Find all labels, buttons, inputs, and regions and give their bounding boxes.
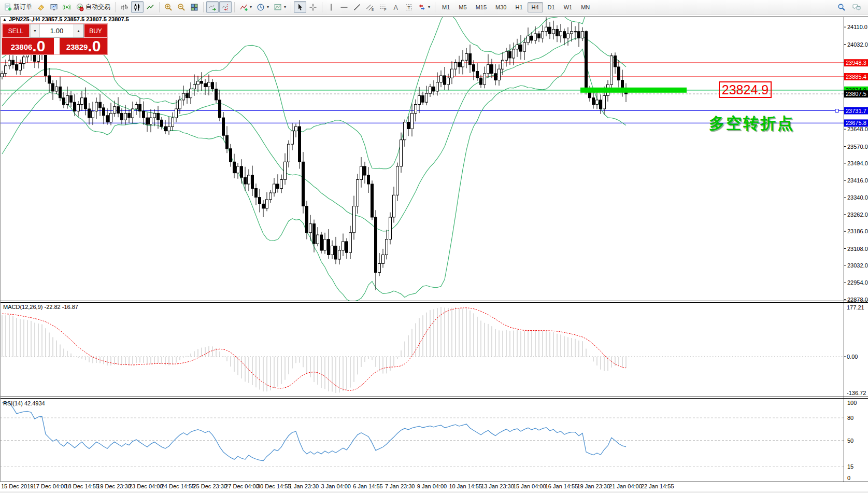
chart-canvas[interactable]: 24110.024032.023648.023570.023494.023416… bbox=[0, 0, 868, 493]
auto-scroll-icon bbox=[208, 3, 217, 11]
svg-text:F: F bbox=[385, 8, 387, 11]
zoom-out-icon bbox=[177, 3, 186, 11]
horizontal-line-tool-button[interactable] bbox=[338, 1, 350, 13]
timeframe-m30-button[interactable]: M30 bbox=[491, 2, 510, 12]
timeframe-m15-button[interactable]: M15 bbox=[472, 2, 491, 12]
time-axis-label: 22 Jan 14:55 bbox=[641, 483, 674, 489]
svg-text:23494.0: 23494.0 bbox=[847, 160, 868, 166]
search-button[interactable] bbox=[835, 1, 848, 13]
toolbar-separator bbox=[435, 2, 435, 12]
macd-pane bbox=[0, 307, 844, 393]
svg-text:23186.0: 23186.0 bbox=[847, 228, 868, 234]
text-label-tool-button[interactable]: T bbox=[403, 1, 415, 13]
time-axis-label: 15 Dec 2019 bbox=[1, 483, 33, 489]
timeframe-m1-button[interactable]: M1 bbox=[438, 2, 454, 12]
text-tool-button[interactable]: A bbox=[390, 1, 402, 13]
crosshair-tool-button[interactable] bbox=[307, 1, 319, 13]
svg-text:23108.0: 23108.0 bbox=[847, 246, 868, 252]
fibonacci-icon: F bbox=[379, 3, 387, 11]
price-divider bbox=[54, 38, 60, 54]
market-watch-button[interactable] bbox=[48, 1, 60, 13]
macd-label: MACD(12,26,9) -22.82 -16.87 bbox=[3, 304, 78, 310]
time-axis-label: 7 Jan 23:30 bbox=[385, 483, 415, 489]
timeframe-d1-button[interactable]: D1 bbox=[544, 2, 559, 12]
trendline-tool-button[interactable] bbox=[351, 1, 363, 13]
fibonacci-tool-button[interactable]: F bbox=[377, 1, 389, 13]
collapse-triangle-icon[interactable]: ▲ bbox=[3, 17, 7, 22]
timeframe-mn-button[interactable]: MN bbox=[577, 2, 594, 12]
time-axis[interactable]: 15 Dec 201917 Dec 04:0018 Dec 14:5519 De… bbox=[0, 483, 868, 491]
timeframe-m5-button[interactable]: M5 bbox=[454, 2, 471, 12]
svg-text:E: E bbox=[372, 7, 374, 11]
sell-price[interactable]: 23806.0 bbox=[2, 38, 54, 54]
timeframe-w1-button[interactable]: W1 bbox=[560, 2, 577, 12]
rsi-label: RSI(14) 42.4934 bbox=[3, 400, 45, 406]
sell-price-main: 23806 bbox=[11, 40, 33, 54]
channel-icon: E bbox=[366, 3, 374, 11]
chat-button[interactable] bbox=[850, 1, 863, 13]
horizontal-line-icon bbox=[340, 3, 348, 11]
candlestick-series bbox=[1, 17, 628, 290]
toolbar-separator bbox=[234, 2, 235, 12]
equidistant-channel-tool-button[interactable]: E bbox=[364, 1, 376, 13]
bar-chart-icon bbox=[120, 3, 129, 11]
candlestick-mode-button[interactable] bbox=[131, 1, 144, 13]
buy-price-main: 23829 bbox=[66, 40, 88, 54]
zoom-out-button[interactable] bbox=[175, 1, 188, 13]
new-order-button[interactable]: 新订单 bbox=[2, 1, 34, 13]
periods-clock-icon bbox=[257, 3, 265, 11]
eraser-button[interactable] bbox=[35, 1, 47, 13]
volume-decrease-button[interactable]: ▼ bbox=[30, 24, 40, 37]
auto-trading-label: 自动交易 bbox=[86, 3, 110, 11]
svg-text:23648.0: 23648.0 bbox=[847, 126, 868, 132]
price-callout-box[interactable]: 23824.9 bbox=[719, 81, 772, 98]
tile-windows-button[interactable] bbox=[188, 1, 201, 13]
svg-text:23340.0: 23340.0 bbox=[847, 194, 868, 201]
green-highlight-zone[interactable] bbox=[580, 88, 687, 93]
buy-button[interactable]: BUY bbox=[84, 24, 107, 38]
volume-increase-button[interactable]: ▲ bbox=[74, 24, 83, 37]
hline-handle[interactable] bbox=[835, 109, 838, 112]
signals-button[interactable] bbox=[61, 1, 73, 13]
timeframe-h1-button[interactable]: H1 bbox=[511, 2, 527, 12]
chart-shift-button[interactable] bbox=[219, 1, 232, 13]
turning-point-annotation[interactable]: 多空转折点 bbox=[709, 113, 794, 134]
svg-text:23032.0: 23032.0 bbox=[847, 262, 868, 269]
main-toolbar: 新订单 自动交易 ▾ ▾ bbox=[0, 0, 868, 15]
search-icon bbox=[837, 3, 846, 11]
periods-caret-icon: ▾ bbox=[267, 5, 269, 9]
periods-button[interactable]: ▾ bbox=[254, 1, 271, 13]
svg-text:23807.5: 23807.5 bbox=[846, 91, 866, 97]
cursor-tool-button[interactable] bbox=[294, 1, 306, 13]
time-axis-label: 13 Jan 23:30 bbox=[481, 483, 514, 489]
volume-input[interactable]: 1.00 bbox=[40, 24, 74, 37]
zoom-in-button[interactable] bbox=[162, 1, 175, 13]
time-axis-label: 30 Dec 14:55 bbox=[257, 483, 291, 489]
svg-text:23416.0: 23416.0 bbox=[847, 177, 868, 184]
indicators-button[interactable]: ▾ bbox=[237, 1, 254, 13]
auto-scroll-button[interactable] bbox=[206, 1, 219, 13]
svg-text:-136.72: -136.72 bbox=[847, 390, 866, 396]
auto-trading-button[interactable]: 自动交易 bbox=[74, 1, 112, 13]
templates-button[interactable]: ▾ bbox=[272, 1, 288, 13]
timeframe-h4-button[interactable]: H4 bbox=[528, 2, 543, 12]
crosshair-icon bbox=[309, 3, 317, 11]
templates-caret-icon: ▾ bbox=[284, 5, 286, 9]
time-axis-label: 16 Jan 14:55 bbox=[545, 483, 578, 489]
time-axis-label: 3 Jan 04:00 bbox=[321, 483, 351, 489]
line-chart-icon bbox=[146, 3, 154, 11]
signals-icon bbox=[63, 3, 71, 11]
sell-button[interactable]: SELL bbox=[2, 24, 30, 38]
arrows-tool-button[interactable]: ▾ bbox=[416, 1, 432, 13]
buy-price[interactable]: 23829.0 bbox=[60, 38, 107, 54]
line-chart-mode-button[interactable] bbox=[144, 1, 156, 13]
candlestick-icon bbox=[133, 3, 141, 11]
new-order-label: 新订单 bbox=[13, 3, 32, 11]
svg-text:50: 50 bbox=[847, 438, 853, 444]
bar-chart-mode-button[interactable] bbox=[118, 1, 131, 13]
svg-text:A: A bbox=[394, 4, 399, 11]
tile-windows-icon bbox=[190, 3, 198, 11]
market-watch-icon bbox=[50, 3, 58, 11]
svg-text:23885.4: 23885.4 bbox=[846, 74, 866, 80]
vertical-line-tool-button[interactable] bbox=[325, 1, 337, 13]
